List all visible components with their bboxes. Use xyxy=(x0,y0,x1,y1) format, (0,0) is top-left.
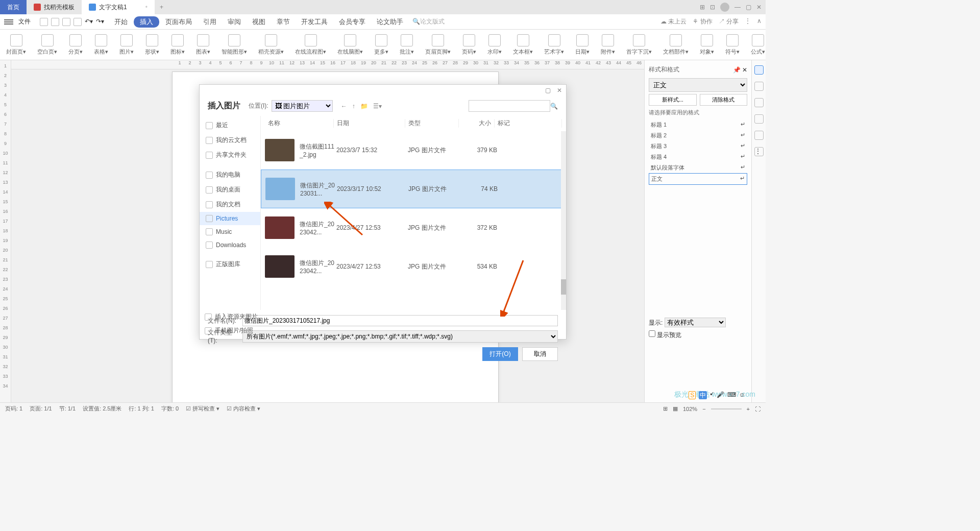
cancel-button[interactable]: 取消 xyxy=(522,347,558,361)
nav-back-icon[interactable]: ← xyxy=(341,103,347,110)
tab-document[interactable]: 文字文稿1• xyxy=(82,0,155,14)
sb-downloads[interactable]: Downloads xyxy=(200,238,260,252)
nav-up-icon[interactable]: ↑ xyxy=(352,103,355,110)
close-icon[interactable]: ✕ xyxy=(756,4,762,11)
ribbon-在线脑图[interactable]: 在线脑图▾ xyxy=(337,34,363,56)
ribbon-图表[interactable]: 图表▾ xyxy=(196,34,210,56)
zoom-out-icon[interactable]: − xyxy=(702,406,705,412)
display-select[interactable]: 有效样式 xyxy=(665,318,726,327)
menu-review[interactable]: 审阅 xyxy=(223,17,246,27)
ime-icon[interactable]: S xyxy=(689,391,696,399)
zoom-slider[interactable] xyxy=(711,408,742,409)
ribbon-艺术字[interactable]: 艺术字▾ xyxy=(544,34,564,56)
menu-paper[interactable]: 论文助手 xyxy=(372,17,408,27)
redo-icon[interactable]: ↷▾ xyxy=(96,18,104,26)
file-row[interactable]: 微信截图111_2.jpg2023/3/7 15:32JPG 图片文件379 K… xyxy=(261,131,566,170)
content-check[interactable]: ☑ 内容检查 ▾ xyxy=(227,405,260,413)
ribbon-符号[interactable]: 符号▾ xyxy=(725,34,740,56)
sb-music[interactable]: Music xyxy=(200,225,260,238)
style-item[interactable]: 标题 2↵ xyxy=(649,130,747,141)
ribbon-图标[interactable]: 图标▾ xyxy=(170,34,185,56)
file-scrollbar[interactable] xyxy=(561,131,566,310)
position[interactable]: 设置值: 2.5厘米 xyxy=(83,405,121,413)
menu-view[interactable]: 视图 xyxy=(247,17,271,27)
col-mark[interactable]: 标记 xyxy=(495,119,562,128)
current-style-select[interactable]: 正文 xyxy=(649,78,747,92)
menu-developer[interactable]: 开发工具 xyxy=(296,17,333,27)
sb-computer[interactable]: 我的电脑 xyxy=(200,167,260,182)
tab-add[interactable]: + xyxy=(155,4,168,11)
mode-search[interactable]: 论文版式 xyxy=(420,18,445,25)
tab-templates[interactable]: 找稻壳模板 xyxy=(27,0,82,14)
filename-input[interactable] xyxy=(242,315,558,326)
rail-location-icon[interactable] xyxy=(754,131,764,140)
file-row[interactable]: 微信图片_2023042...2023/4/27 12:53JPG 图片文件53… xyxy=(261,247,566,286)
cloud-status[interactable]: ☁ 未上云 xyxy=(660,17,687,26)
ime-face-icon[interactable]: ☺ xyxy=(739,391,745,399)
layout-icon[interactable]: ⊞ xyxy=(700,4,705,11)
ribbon-附件[interactable]: 附件▾ xyxy=(601,34,615,56)
rail-more-icon[interactable]: ⋮ xyxy=(754,147,764,156)
file-menu[interactable]: 文件 xyxy=(14,17,35,26)
open-icon[interactable] xyxy=(40,18,48,26)
dialog-maximize-icon[interactable]: ▢ xyxy=(545,87,551,94)
ribbon-公式[interactable]: 公式▾ xyxy=(751,34,765,56)
preview-icon[interactable] xyxy=(74,18,82,26)
nav-view-icon[interactable]: ☰▾ xyxy=(373,103,382,110)
pin-icon[interactable]: 📌 xyxy=(733,66,741,74)
preview-checkbox[interactable] xyxy=(649,330,655,337)
sb-resource[interactable]: 插入资源夹图片 xyxy=(205,312,258,321)
ime-punct-icon[interactable]: •′ xyxy=(710,391,713,399)
col-date[interactable]: 日期 xyxy=(334,119,405,128)
rail-limit-icon[interactable] xyxy=(754,114,764,124)
style-item[interactable]: 默认段落字体↵ xyxy=(649,162,747,173)
new-style-button[interactable]: 新样式... xyxy=(649,94,697,106)
sb-recent[interactable]: 最近 xyxy=(200,118,260,133)
ribbon-稻壳资源[interactable]: 稻壳资源▾ xyxy=(258,34,284,56)
collaborate[interactable]: ⚘ 协作 xyxy=(693,17,712,26)
rail-select-icon[interactable] xyxy=(754,82,764,91)
menu-chapter[interactable]: 章节 xyxy=(272,17,295,27)
tab-home[interactable]: 首页 xyxy=(0,0,27,14)
ime-cn-icon[interactable]: 中 xyxy=(699,391,707,399)
dialog-search-input[interactable] xyxy=(469,100,550,112)
clear-format-button[interactable]: 清除格式 xyxy=(700,94,748,106)
file-row[interactable]: 微信图片_2023031...2023/3/17 10:52JPG 图片文件74… xyxy=(261,170,566,208)
style-item[interactable]: 标题 3↵ xyxy=(649,141,747,152)
ribbon-图片[interactable]: 图片▾ xyxy=(119,34,134,56)
ribbon-表格[interactable]: 表格▾ xyxy=(94,34,108,56)
nav-newfolder-icon[interactable]: 📁 xyxy=(360,103,368,110)
view-mode-icon[interactable]: ▦ xyxy=(673,405,678,412)
location-select[interactable]: 🖼 图片图片 xyxy=(272,100,333,112)
ribbon-文本框[interactable]: 文本框▾ xyxy=(513,34,533,56)
ribbon-对象[interactable]: 对象▾ xyxy=(700,34,714,56)
page-count[interactable]: 页面: 1/1 xyxy=(30,405,52,413)
ribbon-批注[interactable]: 批注▾ xyxy=(400,34,414,56)
menu-vip[interactable]: 会员专享 xyxy=(334,17,371,27)
ribbon-首字下沉[interactable]: 首字下沉▾ xyxy=(626,34,652,56)
avatar-icon[interactable] xyxy=(720,3,729,12)
section[interactable]: 节: 1/1 xyxy=(59,405,76,413)
menu-insert[interactable]: 插入 xyxy=(134,16,159,28)
minimize-icon[interactable]: — xyxy=(734,4,741,11)
zoom-in-icon[interactable]: + xyxy=(747,406,750,412)
open-button[interactable]: 打开(O) xyxy=(482,347,518,361)
save-icon[interactable] xyxy=(51,18,59,26)
apps-icon[interactable]: ⊡ xyxy=(710,4,715,11)
more-icon[interactable]: ⋮ xyxy=(745,17,751,26)
sb-cloud[interactable]: 我的云文档 xyxy=(200,133,260,148)
ribbon-在线流程图[interactable]: 在线流程图▾ xyxy=(295,34,326,56)
style-item[interactable]: 标题 4↵ xyxy=(649,152,747,162)
page-number[interactable]: 页码: 1 xyxy=(5,405,22,413)
sb-documents[interactable]: 我的文档 xyxy=(200,197,260,212)
rail-settings-icon[interactable] xyxy=(754,98,764,107)
col-type[interactable]: 类型 xyxy=(405,119,459,128)
ribbon-智能图形[interactable]: 智能图形▾ xyxy=(222,34,247,56)
ribbon-文档部件[interactable]: 文档部件▾ xyxy=(663,34,689,56)
menu-reference[interactable]: 引用 xyxy=(198,17,222,27)
ribbon-日期[interactable]: 日期▾ xyxy=(575,34,590,56)
print-icon[interactable] xyxy=(62,18,70,26)
spell-check[interactable]: ☑ 拼写检查 ▾ xyxy=(186,405,219,413)
col-name[interactable]: 名称 xyxy=(265,119,334,128)
style-item[interactable]: 标题 1↵ xyxy=(649,119,747,130)
